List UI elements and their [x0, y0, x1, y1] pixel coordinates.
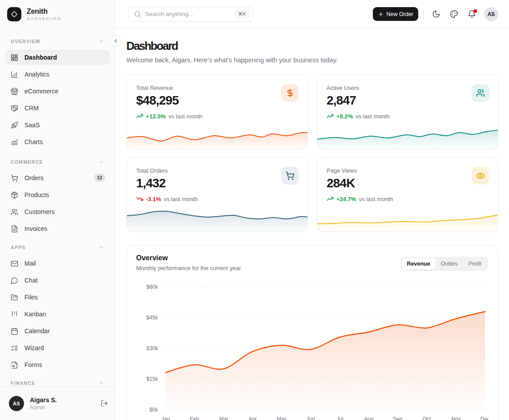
svg-text:$0k: $0k [149, 407, 158, 413]
svg-text:May: May [277, 416, 287, 420]
svg-text:Nov: Nov [451, 416, 461, 420]
svg-text:Feb: Feb [190, 416, 199, 420]
svg-text:Mar: Mar [219, 416, 229, 420]
svg-text:$45k: $45k [146, 315, 158, 321]
svg-text:Jun: Jun [306, 416, 315, 420]
svg-text:Aug: Aug [364, 416, 373, 420]
svg-text:Dec: Dec [480, 416, 488, 420]
svg-text:$15k: $15k [146, 376, 158, 382]
svg-text:Jan: Jan [161, 416, 170, 420]
svg-text:$30k: $30k [146, 345, 158, 351]
svg-text:Jul: Jul [336, 416, 343, 420]
svg-text:Apr: Apr [249, 416, 257, 420]
svg-text:Oct: Oct [423, 416, 431, 420]
svg-text:$60k: $60k [146, 284, 158, 290]
svg-text:Sep: Sep [393, 416, 403, 420]
